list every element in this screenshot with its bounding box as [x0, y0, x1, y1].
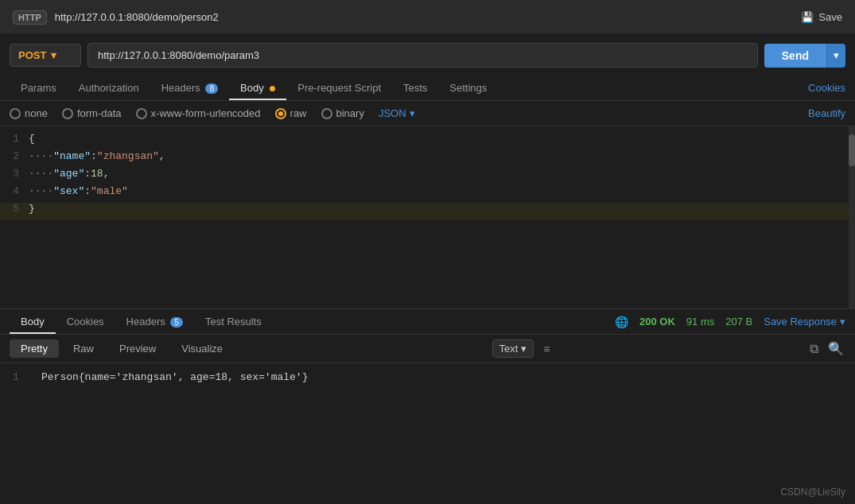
response-body: 1 Person{name='zhangsan', age=18, sex='m…: [0, 363, 855, 504]
chevron-down-icon: ▾: [51, 49, 56, 61]
response-time: 91 ms: [686, 316, 714, 328]
save-button[interactable]: 💾 Save: [801, 11, 842, 23]
url-input[interactable]: [87, 43, 758, 68]
tab-headers[interactable]: Headers 8: [150, 76, 229, 100]
code-line-3: 3 ····"age":18,: [0, 168, 855, 185]
code-line-1: 1 {: [0, 133, 855, 150]
resp-headers-badge: 5: [170, 317, 183, 328]
response-icons: ⧉ 🔍: [808, 339, 845, 358]
resp-tab-headers[interactable]: Headers 5: [115, 309, 194, 334]
tab-params[interactable]: Params: [10, 76, 68, 100]
beautify-button[interactable]: Beautify: [808, 107, 845, 119]
title-left: HTTP http://127.0.0.1:8080/demo/person2: [13, 10, 219, 25]
editor-scrollbar[interactable]: [849, 126, 855, 308]
response-section: Body Cookies Headers 5 Test Results 🌐 20…: [0, 309, 855, 504]
send-dropdown-button[interactable]: ▾: [826, 44, 845, 68]
fmt-tab-pretty[interactable]: Pretty: [10, 339, 59, 358]
radio-raw[interactable]: raw: [275, 107, 307, 119]
status-code: 200 OK: [639, 316, 675, 328]
request-tabs-bar: Params Authorization Headers 8 Body Pre-…: [0, 76, 855, 101]
tab-body[interactable]: Body: [229, 76, 286, 100]
text-format-select[interactable]: Text ▾: [492, 339, 534, 358]
resp-line-num: 1: [13, 371, 29, 383]
response-line-1: 1 Person{name='zhangsan', age=18, sex='m…: [13, 371, 842, 383]
tab-authorization[interactable]: Authorization: [68, 76, 150, 100]
save-response-button[interactable]: Save Response ▾: [764, 316, 845, 328]
radio-raw-circle: [275, 108, 286, 119]
chevron-down-icon: ▾: [521, 343, 527, 355]
resp-line-content: Person{name='zhangsan', age=18, sex='mal…: [41, 371, 308, 383]
code-line-4: 4 ····"sex":"male": [0, 185, 855, 203]
code-line-2: 2 ····"name":"zhangsan",: [0, 150, 855, 168]
headers-badge: 8: [205, 83, 218, 94]
wrap-icon[interactable]: ≡: [543, 343, 550, 355]
tab-pre-request-script[interactable]: Pre-request Script: [286, 76, 392, 100]
radio-binary-circle: [321, 108, 332, 119]
response-size: 207 B: [725, 316, 752, 328]
radio-none[interactable]: none: [10, 107, 48, 119]
url-bar: POST ▾ Send ▾: [0, 35, 855, 76]
send-button-group: Send ▾: [764, 44, 845, 68]
cookies-link[interactable]: Cookies: [808, 82, 845, 94]
fmt-tab-preview[interactable]: Preview: [108, 339, 167, 358]
save-icon: 💾: [801, 11, 814, 23]
response-tabs-bar: Body Cookies Headers 5 Test Results 🌐 20…: [0, 309, 855, 335]
fmt-tab-raw[interactable]: Raw: [62, 339, 105, 358]
tab-settings[interactable]: Settings: [438, 76, 498, 100]
resp-tab-cookies[interactable]: Cookies: [56, 309, 115, 334]
radio-urlencoded[interactable]: x-www-form-urlencoded: [136, 107, 261, 119]
body-dot: [270, 86, 275, 91]
code-line-5: 5 }: [0, 203, 855, 220]
chevron-down-icon: ▾: [410, 107, 415, 119]
radio-none-circle: [10, 108, 21, 119]
editor-scrollbar-thumb: [849, 134, 855, 166]
watermark: CSDN@LieSily: [780, 487, 845, 498]
chevron-down-icon: ▾: [840, 316, 845, 328]
resp-tab-body[interactable]: Body: [10, 309, 56, 334]
http-badge: HTTP: [13, 10, 47, 25]
radio-urlencoded-circle: [136, 108, 147, 119]
globe-icon: 🌐: [615, 316, 628, 328]
radio-form-data[interactable]: form-data: [62, 107, 122, 119]
request-body-editor[interactable]: 1 { 2 ····"name":"zhangsan", 3 ····"age"…: [0, 126, 855, 309]
method-select[interactable]: POST ▾: [10, 44, 81, 67]
title-bar: HTTP http://127.0.0.1:8080/demo/person2 …: [0, 0, 855, 35]
fmt-tab-visualize[interactable]: Visualize: [170, 339, 234, 358]
title-url: http://127.0.0.1:8080/demo/person2: [55, 11, 219, 23]
radio-binary[interactable]: binary: [321, 107, 364, 119]
tab-tests[interactable]: Tests: [392, 76, 438, 100]
response-status: 🌐 200 OK 91 ms 207 B Save Response ▾: [615, 316, 845, 328]
body-options: none form-data x-www-form-urlencoded raw…: [0, 101, 855, 126]
response-format-bar: Pretty Raw Preview Visualize Text ▾ ≡ ⧉ …: [0, 335, 855, 363]
json-type-select[interactable]: JSON ▾: [379, 107, 415, 119]
search-response-button[interactable]: 🔍: [826, 339, 845, 358]
send-button[interactable]: Send: [764, 44, 826, 68]
copy-response-button[interactable]: ⧉: [808, 340, 820, 358]
radio-form-data-circle: [62, 108, 73, 119]
resp-tab-test-results[interactable]: Test Results: [194, 309, 273, 334]
